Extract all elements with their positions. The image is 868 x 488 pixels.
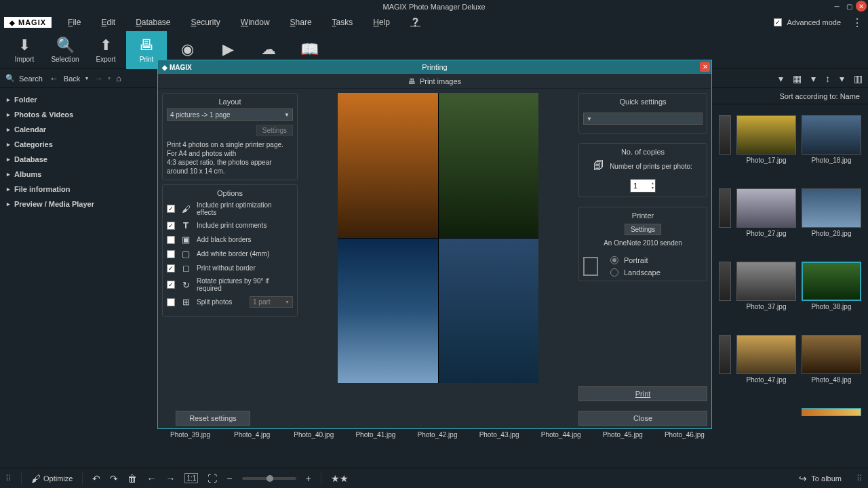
sidebar-item-fileinfo[interactable]: File information [0,182,156,197]
dropdown2-icon[interactable]: ▾ [811,73,816,84]
dialog-close-button[interactable]: ✕ [700,62,710,72]
close-button[interactable]: ✕ [856,1,867,12]
copies-label: Number of prints per photo: [610,163,692,170]
menu-edit[interactable]: Edit [97,16,119,29]
preview-cell-1 [338,93,438,238]
to-album-button[interactable]: ↪To album [799,473,842,484]
disc-icon: ◉ [181,41,194,58]
sidebar-item-database[interactable]: Database [0,152,156,167]
lbl-46: Photo_46.jpg [663,431,707,439]
home-icon[interactable]: ⌂ [116,73,121,83]
export-button[interactable]: ⬆Export [85,31,126,69]
thumb-partial[interactable] [719,115,731,155]
view-grid-icon[interactable]: ▦ [793,73,802,84]
menu-database[interactable]: Database [132,16,174,29]
thumb-28[interactable]: Photo_28.jpg [802,188,861,237]
close-action-button[interactable]: Close [578,411,707,426]
layout-combo[interactable]: 4 pictures -> 1 page [167,108,293,121]
import-button[interactable]: ⬇Import [4,31,45,69]
fullscreen-icon[interactable]: ⛶ [208,473,217,484]
minimize-button[interactable]: ─ [831,1,842,12]
printer-icon: 🖶 [139,37,154,54]
thumb-partial4[interactable] [719,335,731,374]
back-label[interactable]: Back [64,75,80,83]
sidebar-item-preview[interactable]: Preview / Media Player [0,197,156,211]
noborder-icon: ◻ [180,263,191,273]
copies-spinner[interactable]: 1 [630,179,656,192]
cloud-icon: ☁ [261,41,276,58]
back-menu[interactable]: ▾ [85,75,88,81]
chk-no-border[interactable]: ✓ [167,264,175,272]
sidebar-item-categories[interactable]: Categories [0,137,156,152]
menu-security[interactable]: Security [187,16,224,29]
printer-settings-button[interactable]: Settings [625,224,661,235]
lbl-43: Photo_43.jpg [477,431,521,439]
trash-icon[interactable]: 🗑 [127,473,137,484]
chk-black-border[interactable] [167,236,175,244]
logo: MAGIX [4,17,52,28]
sidebar-item-albums[interactable]: Albums [0,167,156,182]
selection-button[interactable]: 🔍Selection [45,31,85,69]
forward-icon[interactable]: → [94,73,102,83]
quick-settings-panel: Quick settings [578,93,707,134]
chk-optimize[interactable]: ✓ [167,205,175,213]
more-icon[interactable]: ⋮ [852,16,863,29]
thumb-partial3[interactable] [719,262,731,301]
menu-help[interactable]: Help [369,16,394,29]
sidebar-item-photos[interactable]: Photos & Videos [0,107,156,122]
dialog-subheader: 🖶 Print images [158,74,711,89]
thumb-27[interactable]: Photo_27.jpg [736,188,796,237]
menu-window[interactable]: Window [237,16,274,29]
parts-combo[interactable]: 1 part [250,296,293,308]
redo-icon[interactable]: ↷ [110,473,118,484]
brush-icon: 🖌 [31,473,41,484]
quick-combo[interactable] [583,113,703,125]
thumb-37[interactable]: Photo_37.jpg [736,262,796,310]
preview-cell-3 [338,239,438,384]
thumb-17[interactable]: Photo_17.jpg [736,115,796,164]
chk-white-border[interactable] [167,250,175,258]
thumb-strip[interactable] [802,408,861,416]
chk-rotate[interactable]: ✓ [167,281,175,289]
optimize-button[interactable]: 🖌Optimize [31,473,73,484]
next-icon[interactable]: → [165,473,175,484]
lbl-4: Photo_4.jpg [230,431,274,439]
menu-tasks[interactable]: Tasks [328,16,357,29]
sidebar-item-folder[interactable]: Folder [0,92,156,107]
dropdown-icon[interactable]: ▾ [778,73,783,84]
zoom-out-icon[interactable]: − [226,473,232,484]
menu-quickhelp[interactable]: ❔ [406,16,425,29]
chk-split[interactable] [167,298,175,306]
undo-icon[interactable]: ↶ [92,473,100,484]
forward-menu[interactable]: ▾ [108,75,111,81]
layout-settings-button[interactable]: Settings [256,125,293,136]
back-icon[interactable]: ← [50,73,58,83]
print-action-button[interactable]: Print [578,386,707,401]
sidebar: Folder Photos & Videos Calendar Categori… [0,88,156,468]
maximize-button[interactable]: ▢ [844,1,854,12]
thumb-48[interactable]: Photo_48.jpg [802,335,861,384]
stars-icon[interactable]: ★★ [331,473,349,484]
sidebar-item-calendar[interactable]: Calendar [0,122,156,137]
menu-share[interactable]: Share [286,16,316,29]
reset-settings-button[interactable]: Reset settings [176,411,250,426]
dropdown3-icon[interactable]: ▾ [840,73,844,84]
thumb-47[interactable]: Photo_47.jpg [736,335,796,384]
prev-icon[interactable]: ← [146,473,156,484]
zoom-in-icon[interactable]: + [306,473,311,484]
radio-portrait[interactable] [610,256,618,264]
sort-icon[interactable]: ↕ [825,73,830,84]
search-area[interactable]: 🔍Search [5,74,43,83]
advanced-mode-checkbox[interactable]: ✓ [774,18,782,26]
chk-comments[interactable]: ✓ [167,222,175,230]
thumb-18[interactable]: Photo_18.jpg [802,115,861,164]
zoom-slider[interactable] [242,477,296,480]
quick-title: Quick settings [583,98,703,106]
thumb-partial2[interactable] [719,188,731,228]
upload-icon: ⬆ [100,37,112,54]
fit-icon[interactable]: 1:1 [184,473,198,483]
menu-file[interactable]: File [64,16,85,29]
radio-landscape[interactable] [610,268,618,277]
panel-icon[interactable]: ▥ [854,73,863,84]
thumb-38[interactable]: Photo_38.jpg [802,262,861,310]
